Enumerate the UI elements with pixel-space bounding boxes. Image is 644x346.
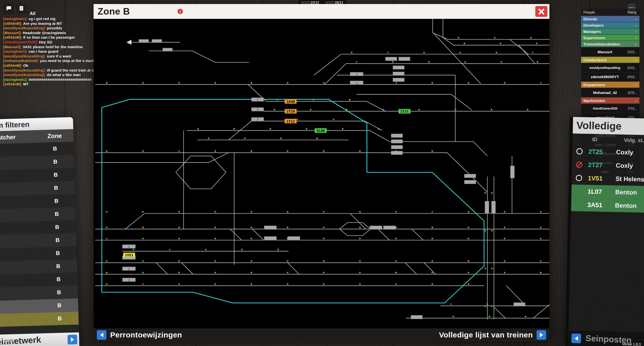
- svg-text:2T2C: 2T2C: [400, 109, 409, 113]
- svg-text:1V51: 1V51: [125, 253, 133, 257]
- train-headcode-label: 1V51: [586, 174, 613, 182]
- map-headcode[interactable]: 1A40: [285, 99, 297, 104]
- filter-next-page-button[interactable]: [67, 335, 77, 344]
- chat-username: [racinglewis]:: [3, 49, 28, 54]
- next-station-label: Benton: [612, 202, 644, 210]
- chat-message-text: 3A51 please hold for the mainline: [22, 45, 83, 49]
- train-window-title: Volledige: [576, 119, 622, 132]
- train-headcode-label: 3A51: [585, 201, 613, 209]
- train-headcode-label: 1L07: [585, 188, 613, 195]
- zone-b-window: Zone B 1: [94, 4, 549, 341]
- player-row[interactable]: Mohamad_42[DS]...: [581, 88, 639, 97]
- svg-text:1: 1: [257, 98, 258, 101]
- map-headcode[interactable]: 1V51: [123, 253, 135, 257]
- next-page-button[interactable]: [537, 330, 546, 340]
- version-label: Versie 1.8.3: [622, 342, 641, 346]
- chat-message-text: possibly: [46, 26, 62, 30]
- svg-text:3: 3: [128, 279, 130, 282]
- player-row[interactable]: AlandGamer2020[TD]...: [581, 104, 639, 113]
- rank-category-row: Conducteurs-: [581, 57, 639, 63]
- chat-username: [s4f44nM]:: [3, 21, 22, 26]
- svg-text:1T12: 1T12: [287, 119, 295, 123]
- chat-username: [wouldyoulikepudding]:: [3, 26, 46, 30]
- player-row[interactable]: wouldyoulikepudding[GD]...: [581, 64, 639, 72]
- train-row[interactable]: 2T25Coxly: [572, 144, 644, 160]
- svg-text:1A40: 1A40: [287, 100, 295, 104]
- chat-bubble-icon: [6, 5, 12, 12]
- map-headcode[interactable]: 2T28: [285, 109, 297, 114]
- dispatcher-filter-window: Team filteren Dispatcher Zone BBBBBBBBBB…: [0, 117, 79, 346]
- map-headcode[interactable]: 2T2C: [398, 109, 410, 114]
- chat-username: [mohamadkalebo8]:: [3, 59, 39, 63]
- chat-message-text: Headcode @racinglewis: [22, 31, 66, 35]
- rank-category-row: Directie-: [581, 16, 639, 22]
- rank-category-row: Machinisten-: [581, 97, 639, 104]
- rank-column-header: Rang: [627, 10, 636, 14]
- chat-message-text: Hey SG: [38, 40, 53, 44]
- train-window-footer: Seinposten Versie 1.8.3: [568, 330, 644, 346]
- arrow-left-icon: [100, 333, 103, 337]
- map-headcode[interactable]: 9L60: [315, 128, 327, 133]
- id-column-header: ID: [587, 136, 617, 143]
- rank-category-row: Developers-: [581, 22, 639, 28]
- train-window-header: Volledige: [573, 117, 644, 136]
- zone-window-header: Zone B 1: [94, 4, 549, 19]
- chat-message-text: ##############################: [28, 77, 92, 82]
- chat-username: [racinglewis]:: [3, 17, 28, 21]
- chat-username: [AlandGamer2020]:: [3, 40, 38, 44]
- zone-window-footer: Perrontoewijzingen Volledige lijst van t…: [94, 328, 549, 341]
- svg-text:2: 2: [257, 108, 258, 111]
- svg-text:2: 2: [128, 268, 130, 271]
- no-entry-icon: [572, 161, 586, 168]
- svg-text:1: 1: [128, 245, 130, 249]
- direction-arrow: [127, 40, 132, 45]
- train-row[interactable]: 1L07Benton: [571, 184, 644, 200]
- chat-message-text: sure if u want: [46, 54, 71, 58]
- chat-message-text: do what u like man: [46, 73, 80, 77]
- chat-username: [racinglewis]:: [3, 77, 28, 82]
- chat-message-text: Ok: [22, 63, 28, 68]
- platform-numbers: 12312123: [128, 73, 357, 282]
- chat-message-text: If so than can I be passenger: [22, 35, 75, 39]
- dispatcher-row[interactable]: B: [0, 312, 79, 328]
- chat-message-text: sg i got red sig: [28, 17, 56, 21]
- map-headcode[interactable]: 1T12: [285, 119, 297, 123]
- train-row[interactable]: 2T27Coxly: [572, 158, 644, 173]
- prev-page-button[interactable]: [97, 330, 106, 340]
- player-row[interactable]: Maxuurt[SG]...: [581, 48, 639, 56]
- chat-message-text: Are you leaving at MT: [22, 21, 62, 26]
- chat-message-text: you need to stop at the s marker: [39, 59, 98, 63]
- chat-username: [s4f44nM]:: [3, 35, 22, 39]
- people-column-header: People: [583, 10, 595, 14]
- train-prev-page-button[interactable]: [571, 333, 581, 343]
- platform-berths: [122, 39, 525, 319]
- train-headcode-label: 2T27: [586, 161, 614, 169]
- zone-column-header: Zone: [36, 132, 74, 140]
- arrow-left-icon: [575, 336, 578, 341]
- svg-text:2T28: 2T28: [287, 109, 295, 113]
- footer-right-label[interactable]: Volledige lijst van treinen: [439, 331, 533, 339]
- svg-text:2: 2: [356, 82, 357, 85]
- notification-badge: 1: [178, 9, 183, 14]
- menu-button[interactable]: [16, 4, 27, 14]
- chat-message-text: MT: [22, 82, 29, 86]
- document-icon: [18, 5, 24, 12]
- next-station-label: Coxly: [613, 162, 644, 170]
- arrow-right-icon: [540, 333, 543, 337]
- arrow-right-icon: [71, 337, 74, 342]
- rank-category-row: Treinverkeersleiders-: [581, 41, 639, 47]
- player-row[interactable]: zdenek99000YT[GD]...: [581, 73, 639, 81]
- chat-username: [Maxuurt]:: [3, 31, 22, 35]
- svg-text:9L60: 9L60: [316, 129, 325, 133]
- rank-category-row: Supervisors-: [581, 35, 639, 41]
- train-headcode-label: 2T25: [586, 148, 614, 156]
- close-button[interactable]: [535, 6, 547, 17]
- footer-left-label[interactable]: Perrontoewijzingen: [110, 331, 182, 339]
- chat-channel-tab[interactable]: All: [30, 11, 35, 16]
- track-diagram[interactable]: 12312123 1A402T281T129L602T2C1V51: [94, 19, 549, 328]
- train-row[interactable]: 1V51St Helens: [572, 171, 644, 187]
- train-row[interactable]: 3A51Benton: [571, 198, 644, 213]
- svg-text:1: 1: [356, 73, 357, 76]
- circle-icon: [572, 175, 586, 181]
- chat-toggle-button[interactable]: [4, 4, 14, 14]
